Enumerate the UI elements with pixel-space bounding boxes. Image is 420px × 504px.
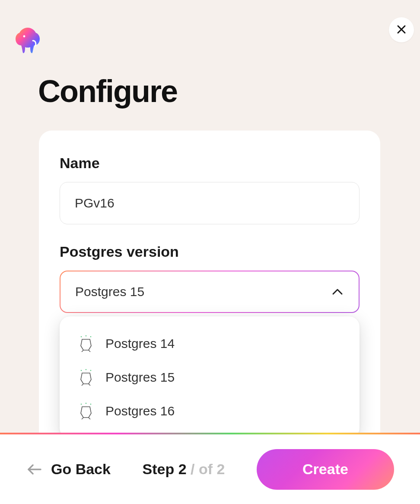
svg-point-10	[86, 403, 86, 404]
version-label: Postgres version	[60, 243, 360, 260]
version-selected-value: Postgres 15	[75, 284, 144, 299]
arrow-left-icon	[26, 461, 43, 478]
version-option-label: Postgres 14	[105, 336, 175, 351]
version-option[interactable]: Postgres 16	[70, 394, 349, 428]
step-current: Step 2	[143, 461, 187, 477]
close-button[interactable]	[389, 17, 414, 42]
postgres-icon	[77, 335, 95, 353]
name-input[interactable]	[60, 182, 360, 224]
svg-point-11	[90, 404, 91, 405]
footer: Go Back Step 2 / of 2 Create	[0, 434, 420, 504]
svg-point-5	[90, 336, 91, 337]
chevron-up-icon	[331, 285, 344, 298]
go-back-label: Go Back	[51, 461, 111, 478]
svg-point-7	[86, 369, 86, 370]
postgres-icon	[77, 402, 95, 420]
svg-point-6	[81, 370, 82, 371]
step-indicator: Step 2 / of 2	[143, 461, 225, 478]
go-back-button[interactable]: Go Back	[26, 461, 111, 478]
page-title: Configure	[38, 73, 420, 109]
svg-point-4	[86, 335, 86, 336]
version-dropdown: Postgres 14 Postgres 15 Postgres 16	[60, 316, 360, 438]
version-option-label: Postgres 16	[105, 404, 175, 418]
version-option-label: Postgres 15	[105, 370, 175, 385]
svg-point-8	[90, 370, 91, 371]
version-option[interactable]: Postgres 14	[70, 327, 349, 360]
version-option[interactable]: Postgres 15	[70, 360, 349, 394]
postgres-icon	[77, 368, 95, 386]
close-icon	[397, 25, 406, 35]
svg-point-3	[81, 336, 82, 337]
version-select[interactable]: Postgres 15	[60, 271, 360, 313]
svg-point-9	[81, 404, 82, 405]
svg-point-0	[23, 35, 25, 38]
create-button[interactable]: Create	[257, 449, 394, 490]
step-total: / of 2	[191, 461, 225, 477]
elephant-logo	[12, 25, 43, 56]
name-label: Name	[60, 155, 360, 172]
